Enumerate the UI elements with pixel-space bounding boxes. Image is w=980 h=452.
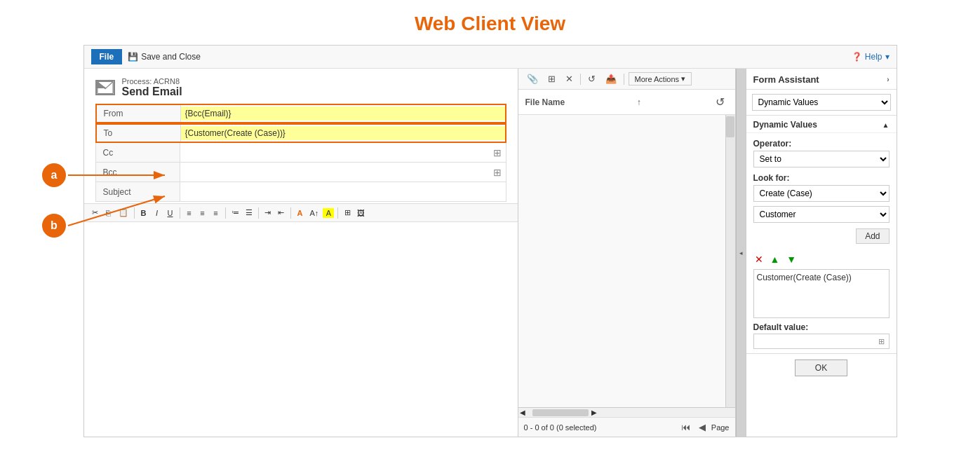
bcc-input[interactable] [180, 165, 490, 179]
cut-button[interactable]: ✂ [90, 207, 101, 219]
process-name: Send Email [122, 85, 182, 98]
cc-lookup-icon[interactable]: ⊞ [490, 146, 504, 160]
editor-area[interactable] [84, 222, 518, 437]
insert-image-button[interactable]: 🖼 [355, 207, 367, 219]
sep3 [225, 207, 226, 219]
file-refresh-button[interactable]: ↺ [713, 94, 727, 110]
fa-lookfor-select2[interactable]: Customer [753, 206, 890, 223]
subject-label: Subject [96, 182, 180, 201]
help-dropdown-icon[interactable]: ▾ [885, 52, 890, 62]
font-color-button[interactable]: A [295, 207, 306, 219]
sep1 [134, 207, 135, 219]
copy-button[interactable]: ⎘ [103, 207, 114, 219]
h-scroll-left-btn[interactable]: ◀ [520, 409, 525, 416]
font-bg-button[interactable]: A [323, 208, 334, 218]
process-header: Process: ACRN8 Send Email [84, 69, 518, 104]
to-label: To [97, 125, 181, 142]
fa-section-caret[interactable]: ▲ [882, 121, 890, 129]
fa-add-button[interactable]: Add [856, 228, 889, 244]
horizontal-scrollbar[interactable]: ◀ ▶ [518, 407, 735, 417]
h-scroll-right-btn[interactable]: ▶ [591, 409, 597, 416]
fa-default-label: Default value: [746, 318, 897, 334]
fa-default-input[interactable] [754, 334, 875, 348]
file-header: File Name ↑ ↺ [518, 90, 735, 115]
indent-button[interactable]: ⇥ [262, 207, 274, 219]
font-size-up-button[interactable]: A↑ [308, 207, 321, 219]
fa-operator-label: Operator: [753, 139, 890, 149]
cc-input[interactable] [180, 146, 490, 160]
fa-lookfor-group: Look for: Create (Case) Customer [753, 173, 890, 223]
attach-grid-button[interactable]: ⊞ [545, 72, 558, 85]
attach-button[interactable]: 📎 [524, 72, 541, 85]
richtext-toolbar: ✂ ⎘ 📋 B I U ≡ ≡ ≡ ≔ ☰ [84, 203, 518, 222]
align-left-button[interactable]: ≡ [184, 207, 195, 219]
save-icon: 💾 [128, 52, 138, 62]
file-button[interactable]: File [91, 49, 123, 64]
h-scroll-thumb[interactable] [532, 409, 589, 416]
from-input[interactable] [181, 107, 505, 121]
unordered-list-button[interactable]: ☰ [243, 207, 255, 219]
save-close-label: Save and Close [141, 52, 201, 62]
bcc-input-wrap: ⊞ [180, 165, 506, 179]
content-area: Process: ACRN8 Send Email From [84, 69, 897, 437]
paste-button[interactable]: 📋 [116, 207, 130, 219]
att-sep1 [580, 74, 581, 85]
attachments-toolbar: 📎 ⊞ ✕ ↺ 📤 More Actions ▾ [518, 69, 735, 90]
insert-table-button[interactable]: ⊞ [342, 207, 353, 219]
bcc-lookup-icon[interactable]: ⊞ [490, 165, 504, 179]
attach-delete-button[interactable]: ✕ [563, 72, 576, 85]
fa-dropdown-row: Dynamic Values [746, 90, 897, 116]
ordered-list-button[interactable]: ≔ [229, 207, 241, 219]
save-close-button[interactable]: 💾 Save and Close [128, 52, 201, 62]
sep5 [290, 207, 291, 219]
first-page-button[interactable]: ⏮ [678, 420, 693, 434]
email-icon [95, 80, 115, 95]
more-actions-button[interactable]: More Actions ▾ [629, 72, 692, 85]
fa-ok-row: OK [746, 353, 897, 382]
pagination-controls: ⏮ ◀ Page [678, 420, 730, 434]
fa-operator-select[interactable]: Set to [753, 151, 890, 167]
form-assistant-panel: Form Assistant › Dynamic Values Dynamic … [746, 69, 897, 437]
subject-field-row: Subject [95, 182, 506, 202]
scrollbar-thumb[interactable] [726, 116, 734, 137]
to-input[interactable] [181, 126, 505, 140]
file-name-sort-icon[interactable]: ↑ [637, 97, 641, 107]
fa-delete-button[interactable]: ✕ [753, 252, 765, 266]
fa-expand-icon[interactable]: › [887, 76, 889, 83]
page-title: Web Client View [0, 0, 980, 45]
italic-button[interactable]: I [152, 207, 163, 219]
fa-default-lookup-icon[interactable]: ⊞ [875, 334, 889, 348]
page-label: Page [711, 423, 730, 432]
fa-down-button[interactable]: ▼ [785, 252, 798, 266]
attachments-panel: 📎 ⊞ ✕ ↺ 📤 More Actions ▾ [518, 69, 736, 437]
attach-export-button[interactable]: 📤 [603, 72, 619, 85]
fa-list-value: Customer(Create (Case)) [757, 273, 852, 282]
file-name-label: File Name [525, 97, 565, 107]
prev-page-button[interactable]: ◀ [696, 420, 709, 434]
from-input-wrap [181, 107, 505, 121]
fa-ok-button[interactable]: OK [795, 359, 847, 376]
collapse-handle[interactable]: ◂ [736, 69, 746, 437]
more-actions-label: More Actions [635, 75, 680, 83]
fa-type-dropdown[interactable]: Dynamic Values [752, 94, 891, 111]
to-field-row: To [95, 123, 506, 143]
subject-input[interactable] [180, 185, 506, 199]
help-label[interactable]: Help [865, 52, 882, 62]
cc-field-row: Cc ⊞ [95, 143, 506, 163]
attach-refresh-button[interactable]: ↺ [585, 72, 598, 85]
bcc-field-row: Bcc ⊞ [95, 163, 506, 182]
form-fields: From To [84, 104, 518, 202]
annotation-a-circle: a [42, 163, 66, 187]
sep2 [180, 207, 180, 219]
outdent-button[interactable]: ⇤ [276, 207, 287, 219]
vertical-scrollbar[interactable] [725, 115, 735, 407]
align-center-button[interactable]: ≡ [197, 207, 208, 219]
fa-title: Form Assistant [753, 74, 819, 85]
underline-button[interactable]: U [165, 207, 176, 219]
bold-button[interactable]: B [138, 207, 149, 219]
email-form-section: Process: ACRN8 Send Email From [84, 69, 518, 437]
align-right-button[interactable]: ≡ [210, 207, 222, 219]
fa-list-box[interactable]: Customer(Create (Case)) [753, 269, 890, 318]
fa-up-button[interactable]: ▲ [769, 252, 781, 266]
fa-lookfor-select1[interactable]: Create (Case) [753, 185, 890, 202]
